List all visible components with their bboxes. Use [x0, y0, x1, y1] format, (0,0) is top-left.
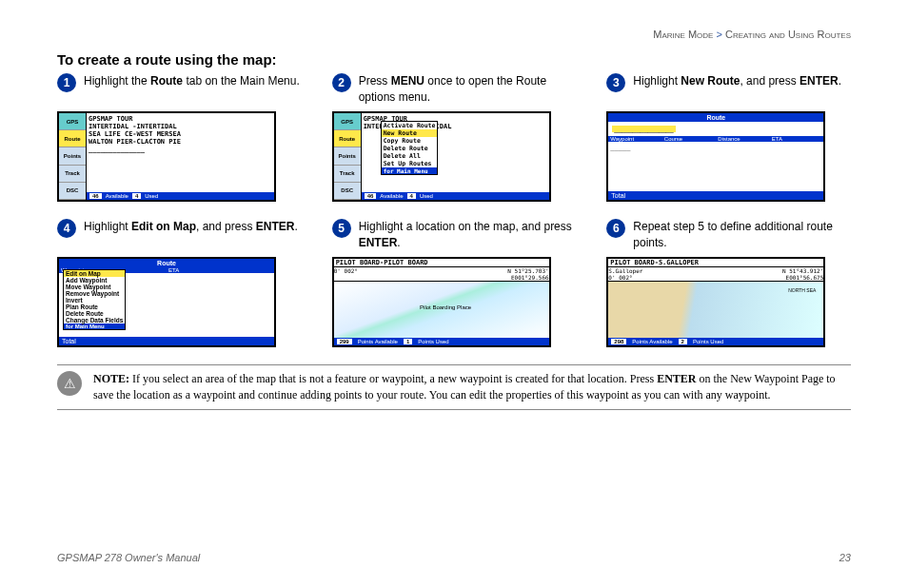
step-4: 4 Highlight Edit on Map, and press ENTER… — [57, 219, 302, 347]
steps-grid: 1 Highlight the Route tab on the Main Me… — [57, 73, 851, 347]
section-heading: To create a route using the map: — [57, 51, 851, 68]
menu-new-route: New Route — [382, 129, 438, 137]
route-table-body: _____ — [608, 142, 823, 191]
step-6-screenshot: PILOT BOARD-S.GALLOPER S.Galloper0' 002°… — [606, 257, 825, 347]
edit-menu: Edit on Map Add Waypoint Move Waypoint R… — [63, 269, 126, 330]
step-4-text: Highlight Edit on Map, and press ENTER. — [84, 219, 298, 235]
step-6: 6 Repeat step 5 to define additional rou… — [606, 219, 851, 347]
page-number: 23 — [839, 552, 851, 563]
step-num-4: 4 — [57, 219, 76, 238]
tab-dsc: DSC — [59, 183, 86, 200]
note-block: ⚠ NOTE: If you select an area of the map… — [57, 364, 851, 410]
map-area: Pilot Boarding Place — [334, 282, 549, 338]
route-header: Route — [608, 113, 823, 122]
route-total: Total — [608, 191, 823, 200]
tab-track: Track — [59, 166, 86, 183]
step-5-text: Highlight a location on the map, and pre… — [359, 219, 577, 251]
breadcrumb-sep: > — [717, 29, 722, 40]
page-footer: GPSMAP 278 Owner's Manual 23 — [57, 552, 851, 563]
step-6-text: Repeat step 5 to define additional route… — [633, 219, 851, 251]
step-2-screenshot: GPS Route Points Track DSC GPSMAP TOUR I… — [332, 111, 551, 202]
tab-gps: GPS — [59, 113, 86, 130]
step-2-text: Press MENU once to open the Route option… — [359, 73, 577, 106]
step-2: 2 Press MENU once to open the Route opti… — [332, 73, 577, 202]
tab-route: Route — [59, 130, 86, 147]
footer-title: GPSMAP 278 Owner's Manual — [57, 552, 200, 563]
step-3-text: Highlight New Route, and press ENTER. — [633, 73, 841, 89]
step-1-text: Highlight the Route tab on the Main Menu… — [84, 73, 300, 89]
step-1-screenshot: GPS Route Points Track DSC GPSMAP TOUR I… — [57, 111, 276, 202]
menu-edit-on-map: Edit on Map — [64, 270, 125, 277]
step-5-screenshot: PILOT BOARD-PILOT BOARD 0' 002° N 51°25.… — [332, 257, 551, 347]
breadcrumb-a: Marine Mode — [653, 29, 713, 40]
step-4-screenshot: Route WaypointETA Edit on Map Add Waypoi… — [57, 257, 276, 347]
step-num-3: 3 — [606, 73, 625, 92]
route-name-field: ________________ — [612, 126, 675, 132]
step-3-screenshot: Route ________________ Waypoint Course D… — [606, 111, 825, 202]
note-text: NOTE: If you select an area of the map t… — [93, 371, 851, 403]
map-title-6: PILOT BOARD-S.GALLOPER — [610, 259, 699, 266]
step-3: 3 Highlight New Route, and press ENTER. … — [606, 73, 851, 202]
step-num-2: 2 — [332, 73, 351, 92]
map-title: PILOT BOARD-PILOT BOARD — [336, 259, 428, 266]
map-area-6: NORTH SEA — [608, 282, 823, 338]
tab-points: Points — [59, 147, 86, 165]
warning-icon: ⚠ — [57, 371, 82, 396]
step-num-5: 5 — [332, 219, 351, 238]
step-1: 1 Highlight the Route tab on the Main Me… — [57, 73, 302, 202]
breadcrumb-b: Creating and Using Routes — [725, 29, 851, 40]
step-num-1: 1 — [57, 73, 76, 92]
step-5: 5 Highlight a location on the map, and p… — [332, 219, 577, 347]
breadcrumb: Marine Mode > Creating and Using Routes — [57, 29, 851, 40]
step-num-6: 6 — [606, 219, 625, 238]
route-options-menu: Activate Route New Route Copy Route Dele… — [381, 121, 439, 175]
map-label: Pilot Boarding Place — [420, 304, 471, 310]
